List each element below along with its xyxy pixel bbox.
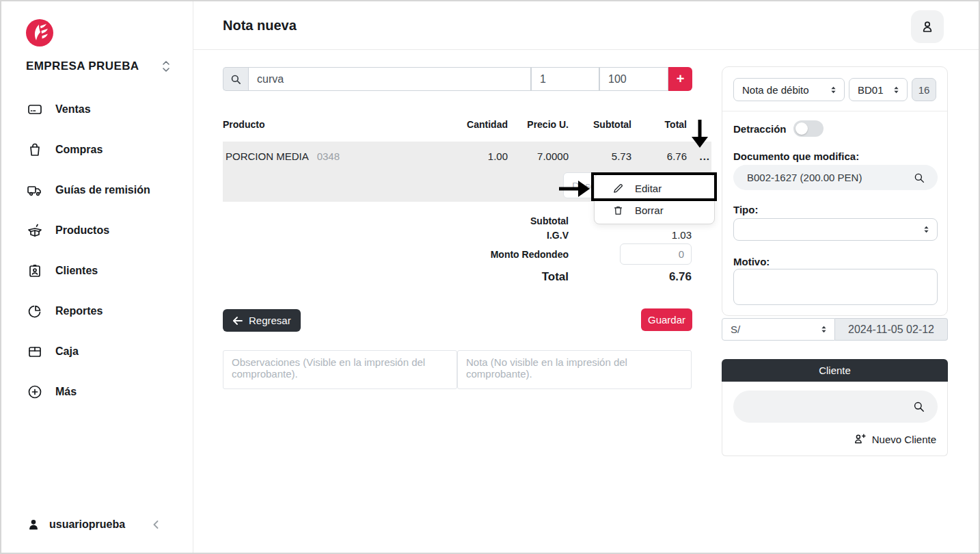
currency-datetime-group: S/ 2024-11-05 02-12	[722, 318, 948, 341]
unfold-arrows-icon	[891, 85, 901, 95]
motivo-textarea[interactable]	[733, 269, 938, 305]
price-input[interactable]	[599, 67, 668, 91]
col-cantidad: Cantidad	[428, 119, 508, 130]
pie-chart-icon	[27, 303, 43, 319]
total-value: 6.76	[569, 270, 692, 284]
new-client-button[interactable]: Nuevo Cliente	[853, 432, 936, 446]
doc-type-select[interactable]: Nota de débito	[733, 78, 845, 101]
col-producto: Producto	[223, 119, 428, 130]
sidebar: EMPRESA PRUEBA Ventas	[1, 1, 193, 553]
datetime-field[interactable]: 2024-11-05 02-12	[835, 318, 948, 341]
sidebar-item-label: Clientes	[55, 265, 98, 277]
trash-icon	[612, 205, 624, 216]
search-icon	[913, 172, 925, 184]
series-value: BD01	[858, 84, 884, 96]
back-button-label: Regresar	[249, 315, 291, 326]
person-plus-icon	[853, 432, 867, 446]
collapse-sidebar-icon[interactable]	[151, 518, 161, 531]
unfold-arrows-icon	[921, 224, 931, 235]
row-subtotal: 5.73	[569, 150, 631, 162]
menu-item-borrar[interactable]: Borrar	[595, 199, 714, 221]
igv-value: 1.03	[569, 229, 692, 241]
detraccion-toggle[interactable]	[793, 120, 824, 137]
col-total: Total	[631, 119, 687, 130]
client-panel: Cliente Nuevo Cliente	[722, 359, 948, 456]
sidebar-item-caja[interactable]: Caja	[1, 331, 193, 371]
tipo-select[interactable]	[733, 218, 938, 241]
sidebar-item-guias[interactable]: Guías de remisión	[1, 170, 193, 210]
add-product-button[interactable]: +	[668, 67, 692, 91]
pencil-icon	[612, 183, 624, 194]
page-header: Nota nueva	[193, 1, 979, 50]
observaciones-textarea[interactable]	[223, 350, 457, 389]
sidebar-item-ventas[interactable]: Ventas	[1, 89, 193, 129]
id-badge-icon	[27, 263, 43, 279]
client-search-input[interactable]	[733, 391, 938, 423]
redondeo-input[interactable]	[620, 243, 692, 265]
product-search-input[interactable]	[248, 67, 531, 91]
sidebar-item-label: Ventas	[55, 103, 91, 116]
col-subtotal: Subtotal	[569, 119, 631, 130]
row-cantidad: 1.00	[428, 150, 508, 162]
sidebar-item-label: Más	[55, 386, 77, 398]
igv-label: I.G.V	[414, 230, 569, 241]
sidebar-item-label: Productos	[55, 224, 109, 237]
search-icon	[223, 67, 248, 91]
sidebar-item-label: Caja	[55, 345, 79, 358]
product-search-group: +	[223, 67, 692, 91]
subtotal-label: Subtotal	[414, 215, 569, 226]
modifies-label: Documento que modifica:	[733, 150, 859, 162]
modified-document-field[interactable]: B002-1627 (200.00 PEN)	[733, 165, 938, 190]
plus-circle-icon	[27, 384, 43, 400]
currency-value: S/	[731, 324, 740, 335]
menu-item-label: Borrar	[635, 205, 664, 216]
username: usuarioprueba	[49, 518, 125, 531]
product-code: 0348	[317, 150, 340, 162]
sidebar-item-productos[interactable]: Productos	[1, 210, 193, 250]
totals-summary: Subtotal I.G.V 1.03 Monto Redondeo Total…	[414, 215, 692, 287]
redondeo-label: Monto Redondeo	[414, 249, 569, 260]
app-window: EMPRESA PRUEBA Ventas	[0, 0, 980, 554]
modified-document-value: B002-1627 (200.00 PEN)	[747, 172, 862, 183]
unfold-arrows-icon	[828, 85, 839, 95]
new-client-label: Nuevo Cliente	[872, 434, 936, 445]
row-context-menu: Editar Borrar	[594, 174, 715, 224]
document-panel: Nota de débito BD01 16 Detracción	[722, 66, 948, 316]
sidebar-item-reportes[interactable]: Reportes	[1, 291, 193, 331]
series-select[interactable]: BD01	[849, 78, 908, 101]
detraccion-label: Detracción	[733, 123, 787, 135]
sidebar-item-mas[interactable]: Más	[1, 371, 193, 412]
chevron-up-down-icon	[160, 59, 172, 74]
nota-textarea[interactable]	[457, 350, 692, 389]
doc-number-badge: 16	[912, 78, 936, 101]
motivo-label: Motivo:	[733, 256, 770, 267]
search-icon	[912, 400, 925, 413]
person-icon	[919, 18, 936, 35]
tipo-label: Tipo:	[733, 204, 758, 215]
cash-drawer-icon	[27, 343, 43, 360]
user-row: usuarioprueba	[26, 517, 163, 532]
sidebar-nav: Ventas Compras Guías de remisión	[1, 89, 193, 412]
total-label: Total	[414, 270, 569, 284]
save-button[interactable]: Guardar	[641, 308, 692, 331]
table-header-row: Producto Cantidad Precio U. Subtotal Tot…	[223, 119, 711, 130]
brand-logo-icon	[26, 19, 53, 47]
company-switcher[interactable]: EMPRESA PRUEBA	[26, 59, 172, 74]
col-precio: Precio U.	[508, 119, 569, 130]
sidebar-item-clientes[interactable]: Clientes	[1, 250, 193, 291]
truck-icon	[27, 182, 43, 198]
currency-select[interactable]: S/	[722, 318, 835, 341]
open-box-icon	[27, 222, 43, 239]
client-panel-title: Cliente	[722, 359, 948, 382]
divider	[722, 111, 947, 111]
sidebar-item-compras[interactable]: Compras	[1, 129, 193, 170]
quantity-input[interactable]	[531, 67, 599, 91]
back-button[interactable]: Regresar	[223, 309, 301, 332]
user-icon	[26, 517, 41, 532]
account-button[interactable]	[911, 10, 944, 43]
sidebar-item-label: Compras	[55, 144, 103, 156]
page-title: Nota nueva	[223, 18, 297, 34]
menu-item-editar[interactable]: Editar	[595, 177, 714, 199]
product-name: PORCION MEDIA	[226, 150, 309, 162]
row-menu-button[interactable]: ...	[687, 150, 711, 162]
